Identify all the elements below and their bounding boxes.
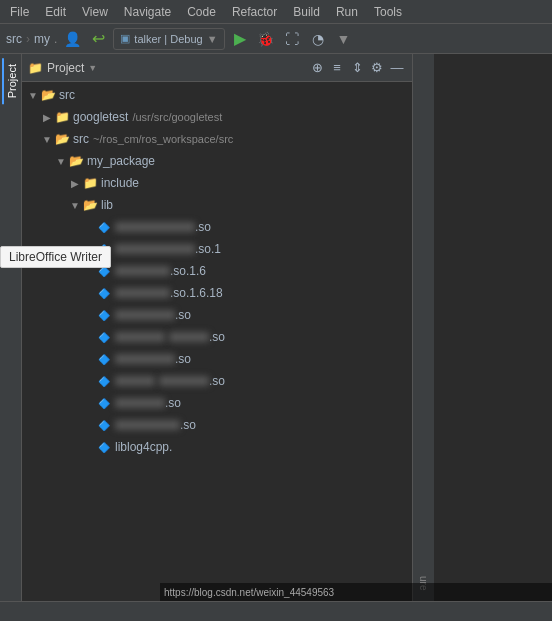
run-button[interactable]: ▶ [229,28,251,50]
breadcrumb-src: src [6,32,22,46]
googletest-folder-icon: 📁 [54,109,70,125]
file3-name-blur [115,266,170,276]
menu-build[interactable]: Build [287,3,326,21]
menu-edit[interactable]: Edit [39,3,72,21]
menu-file[interactable]: File [4,3,35,21]
file7-icon: 🔷 [96,351,112,367]
tree-item-lib[interactable]: ▼ 📂 lib [22,194,412,216]
debug-config-arrow: ▼ [207,33,218,45]
file7-suffix: .so [175,352,191,366]
user-icon[interactable]: 👤 [61,28,83,50]
src-child-path: ~/ros_cm/ros_workspace/src [93,133,233,145]
my-package-folder-icon: 📂 [68,153,84,169]
tree-item-src-root[interactable]: ▼ 📂 src [22,84,412,106]
menu-refactor[interactable]: Refactor [226,3,283,21]
file8-name1-blur [115,376,155,386]
file1-suffix: .so [195,220,211,234]
googletest-arrow: ▶ [40,112,54,123]
file1-name-blur [115,222,195,232]
file9-name-blur [115,398,165,408]
my-package-arrow: ▼ [54,156,68,167]
breadcrumb-ellipsis: . [54,32,57,46]
file10-suffix: .so [180,418,196,432]
menu-view[interactable]: View [76,3,114,21]
include-folder-icon: 📁 [82,175,98,191]
file9-suffix: .so [165,396,181,410]
file11-partial: liblog4cpp. [115,440,172,454]
lib-file-9[interactable]: 🔷 .so [22,392,412,414]
breadcrumb-sep: › [26,32,30,46]
breadcrumb-my: my [34,32,50,46]
file8-suffix: .so [209,374,225,388]
project-tree: ▼ 📂 src ▶ 📁 googletest /usr/src/googlete… [22,82,412,620]
project-panel: 📁 Project ▼ ⊕ ≡ ⇕ ⚙ — ▼ 📂 src [22,54,412,620]
back-button[interactable]: ↩ [87,28,109,50]
my-package-label: my_package [87,154,155,168]
src-child-label: src [73,132,89,146]
tooltip-popup: LibreOffice Writer [0,246,111,268]
locate-button[interactable]: ⊕ [308,59,326,77]
lib-file-8[interactable]: 🔷 .so [22,370,412,392]
project-dropdown-icon: ▼ [88,63,97,73]
right-gutter: ure [412,54,434,620]
file6-name2-blur [169,332,209,342]
minimize-button[interactable]: — [388,59,406,77]
file4-name-blur [115,288,170,298]
lib-file-6[interactable]: 🔷 .so [22,326,412,348]
expand-all-button[interactable]: ⇕ [348,59,366,77]
file5-name-blur [115,310,175,320]
include-arrow: ▶ [68,178,82,189]
file10-icon: 🔷 [96,417,112,433]
project-header-actions: ⊕ ≡ ⇕ ⚙ — [308,59,406,77]
project-title-label: Project [47,61,84,75]
file6-suffix: .so [209,330,225,344]
url-bar: https://blog.csdn.net/weixin_44549563 [160,583,552,601]
src-child-arrow: ▼ [40,134,54,145]
lib-file-4[interactable]: 🔷 .so.1.6.18 [22,282,412,304]
menu-code[interactable]: Code [181,3,222,21]
file1-icon: 🔷 [96,219,112,235]
lib-file-1[interactable]: 🔷 .so [22,216,412,238]
file11-icon: 🔷 [96,439,112,455]
file7-name-blur [115,354,175,364]
project-tab[interactable]: Project [2,58,20,104]
file8-icon: 🔷 [96,373,112,389]
lib-file-5[interactable]: 🔷 .so [22,304,412,326]
tree-item-my-package[interactable]: ▼ 📂 my_package [22,150,412,172]
folder-icon: 📁 [28,61,43,75]
coverage-button[interactable]: ⛶ [281,28,303,50]
toolbar: src › my . 👤 ↩ ▣ talker | Debug ▼ ▶ 🐞 ⛶ … [0,24,552,54]
menu-navigate[interactable]: Navigate [118,3,177,21]
project-title-button[interactable]: 📁 Project ▼ [28,61,97,75]
debug-button[interactable]: 🐞 [255,28,277,50]
lib-file-11[interactable]: 🔷 liblog4cpp. [22,436,412,458]
tree-item-googletest[interactable]: ▶ 📁 googletest /usr/src/googletest [22,106,412,128]
lib-file-7[interactable]: 🔷 .so [22,348,412,370]
profile-button[interactable]: ◔ [307,28,329,50]
src-root-label: src [59,88,75,102]
googletest-label: googletest [73,110,128,124]
src-child-folder-icon: 📂 [54,131,70,147]
menu-tools[interactable]: Tools [368,3,408,21]
settings-button[interactable]: ⚙ [368,59,386,77]
lib-file-10[interactable]: 🔷 .so [22,414,412,436]
lib-arrow: ▼ [68,200,82,211]
tree-item-src-child[interactable]: ▼ 📂 src ~/ros_cm/ros_workspace/src [22,128,412,150]
file4-suffix: .so.1.6.18 [170,286,223,300]
project-header: 📁 Project ▼ ⊕ ≡ ⇕ ⚙ — [22,54,412,82]
statusbar [0,601,552,621]
file4-icon: 🔷 [96,285,112,301]
left-sidebar-tabs: Project [0,54,22,620]
menu-run[interactable]: Run [330,3,364,21]
lib-label: lib [101,198,113,212]
debug-window-icon: ▣ [120,32,130,45]
debug-config-button[interactable]: ▣ talker | Debug ▼ [113,28,224,50]
tree-item-include[interactable]: ▶ 📁 include [22,172,412,194]
menubar: File Edit View Navigate Code Refactor Bu… [0,0,552,24]
main-area: Project 📁 Project ▼ ⊕ ≡ ⇕ ⚙ — ▼ [0,54,552,620]
collapse-all-button[interactable]: ≡ [328,59,346,77]
file8-name2-blur [159,376,209,386]
file3-suffix: .so.1.6 [170,264,206,278]
more-button[interactable]: ▼ [333,28,355,50]
file6-icon: 🔷 [96,329,112,345]
